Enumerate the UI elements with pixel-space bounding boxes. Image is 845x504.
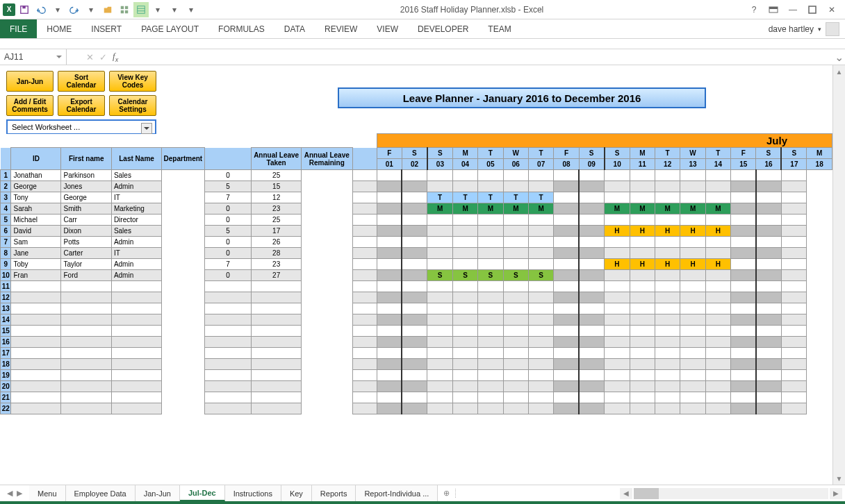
blank-row[interactable]: 19: [1, 370, 832, 381]
close-icon[interactable]: ✕: [823, 2, 841, 17]
day-cell[interactable]: [452, 226, 477, 237]
day-cell[interactable]: H: [630, 226, 655, 237]
day-cell[interactable]: [781, 215, 806, 226]
scroll-right-icon[interactable]: ▶: [830, 488, 842, 499]
day-cell[interactable]: [756, 237, 781, 248]
day-cell[interactable]: [705, 215, 730, 226]
day-cell[interactable]: [554, 237, 579, 248]
tab-nav-next-icon[interactable]: ▶: [17, 489, 22, 498]
day-cell[interactable]: [452, 170, 477, 181]
day-cell[interactable]: [352, 248, 377, 259]
day-cell[interactable]: [377, 259, 402, 270]
day-cell[interactable]: [756, 215, 781, 226]
cell-department[interactable]: Sales: [111, 170, 161, 181]
day-cell[interactable]: [377, 181, 402, 192]
blank-row[interactable]: 22: [1, 403, 832, 414]
sheet-tab-report-individua-[interactable]: Report-Individua ...: [356, 485, 438, 501]
day-cell[interactable]: M: [452, 203, 477, 215]
qat-custom3-icon[interactable]: ▾: [150, 2, 165, 17]
ribbon-tab-review[interactable]: REVIEW: [315, 19, 367, 38]
day-cell[interactable]: H: [680, 226, 705, 237]
day-cell[interactable]: [781, 259, 806, 270]
sheet-tab-jan-jun[interactable]: Jan-Jun: [136, 485, 180, 501]
day-cell[interactable]: S: [503, 270, 528, 281]
day-cell[interactable]: H: [680, 259, 705, 270]
day-cell[interactable]: [630, 270, 655, 281]
day-cell[interactable]: T: [528, 192, 553, 203]
day-cell[interactable]: H: [655, 226, 680, 237]
day-cell[interactable]: [452, 259, 477, 270]
staff-row[interactable]: 1JonathanParkinsonSales025: [1, 170, 832, 181]
cell-lastname[interactable]: Jones: [61, 181, 111, 192]
day-cell[interactable]: [731, 203, 756, 215]
day-cell[interactable]: [756, 259, 781, 270]
undo-icon[interactable]: [33, 2, 49, 17]
day-cell[interactable]: [402, 203, 427, 215]
day-cell[interactable]: [579, 170, 604, 181]
cell-leave-remaining[interactable]: 28: [252, 248, 302, 259]
cell-leave-remaining[interactable]: 23: [252, 259, 302, 270]
ribbon-display-icon[interactable]: [764, 2, 782, 17]
minimize-icon[interactable]: —: [784, 2, 802, 17]
enter-formula-icon[interactable]: ✓: [99, 52, 107, 62]
day-cell[interactable]: [352, 226, 377, 237]
maximize-icon[interactable]: [803, 2, 821, 17]
day-cell[interactable]: [452, 181, 477, 192]
staff-row[interactable]: 4SarahSmithMarketing023MMMMMMMMMM: [1, 203, 832, 215]
day-cell[interactable]: [756, 203, 781, 215]
blank-row[interactable]: 13: [1, 303, 832, 314]
day-cell[interactable]: [655, 215, 680, 226]
cell-leave-remaining[interactable]: 15: [252, 181, 302, 192]
day-cell[interactable]: S: [427, 270, 452, 281]
calendar-settings-button[interactable]: Calendar Settings: [109, 95, 156, 116]
day-cell[interactable]: [503, 215, 528, 226]
ribbon-tab-formulas[interactable]: FORMULAS: [208, 19, 274, 38]
day-cell[interactable]: [503, 170, 528, 181]
day-cell[interactable]: [528, 259, 553, 270]
day-cell[interactable]: [781, 203, 806, 215]
day-cell[interactable]: [352, 270, 377, 281]
day-cell[interactable]: [377, 248, 402, 259]
ribbon-tab-insert[interactable]: INSERT: [81, 19, 131, 38]
day-cell[interactable]: [630, 181, 655, 192]
vertical-scrollbar[interactable]: ▲ ▼: [832, 65, 845, 485]
cell-leave-remaining[interactable]: 27: [252, 270, 302, 281]
day-cell[interactable]: [705, 270, 730, 281]
day-cell[interactable]: [680, 237, 705, 248]
day-cell[interactable]: [503, 237, 528, 248]
cell-department[interactable]: Admin: [111, 181, 161, 192]
day-cell[interactable]: [402, 270, 427, 281]
day-cell[interactable]: [781, 170, 806, 181]
day-cell[interactable]: S: [528, 270, 553, 281]
day-cell[interactable]: [705, 248, 730, 259]
ribbon-tab-home[interactable]: HOME: [37, 19, 81, 38]
cell-lastname[interactable]: Carter: [61, 248, 111, 259]
cell-leave-taken[interactable]: 7: [204, 259, 252, 270]
cell-firstname[interactable]: Michael: [11, 215, 61, 226]
day-cell[interactable]: M: [503, 203, 528, 215]
day-cell[interactable]: [452, 215, 477, 226]
day-cell[interactable]: [352, 203, 377, 215]
staff-row[interactable]: 9TobyTaylorAdmin723HHHHH: [1, 259, 832, 270]
cell-lastname[interactable]: Dixon: [61, 226, 111, 237]
sheet-tab-jul-dec[interactable]: Jul-Dec: [180, 485, 225, 501]
day-cell[interactable]: T: [427, 192, 452, 203]
day-cell[interactable]: [579, 259, 604, 270]
day-cell[interactable]: [756, 270, 781, 281]
day-cell[interactable]: [528, 248, 553, 259]
day-cell[interactable]: [352, 181, 377, 192]
day-cell[interactable]: [478, 248, 503, 259]
cell-leave-taken[interactable]: 0: [204, 237, 252, 248]
day-cell[interactable]: [756, 181, 781, 192]
file-tab[interactable]: FILE: [0, 19, 37, 38]
cancel-formula-icon[interactable]: ✕: [86, 52, 94, 62]
day-cell[interactable]: [731, 237, 756, 248]
cell-lastname[interactable]: Ford: [61, 270, 111, 281]
cell-lastname[interactable]: Potts: [61, 237, 111, 248]
cell-firstname[interactable]: David: [11, 226, 61, 237]
sheet-tab-key[interactable]: Key: [281, 485, 312, 501]
redo-icon[interactable]: [67, 2, 82, 17]
open-icon[interactable]: [100, 2, 115, 17]
day-cell[interactable]: [655, 237, 680, 248]
day-cell[interactable]: H: [605, 226, 630, 237]
